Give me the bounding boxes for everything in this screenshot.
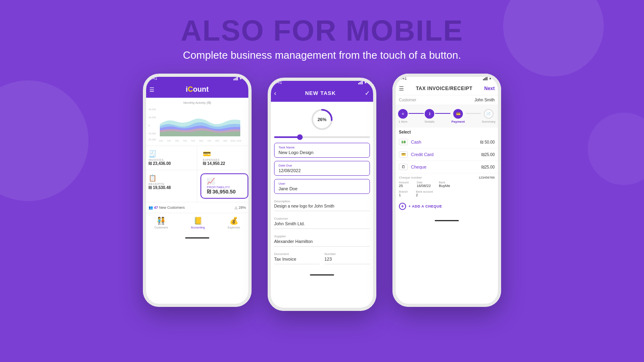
- step3[interactable]: 💳 Payment: [451, 109, 464, 123]
- credit-option[interactable]: 💳 Credit Card ₪25.00: [392, 148, 501, 161]
- expenses-stat: 💳 EXPENSES ₪ 14,950.22: [197, 146, 252, 170]
- customers-count: 47: [154, 206, 158, 210]
- bottom-nav: 🧑‍🤝‍🧑 Customers 📒 Accounting 💰 Expenses: [143, 213, 252, 230]
- number-label: Number: [324, 252, 370, 256]
- cash-amount: ₪ 50.00: [480, 140, 495, 144]
- customer-value: John Smith Ltd.: [274, 221, 370, 226]
- svg-text:11/22: 11/22: [236, 140, 242, 142]
- progress-container: 26%: [268, 102, 376, 135]
- cheque-option[interactable]: 🗒 Cheque ₪25.00: [392, 161, 501, 173]
- expenses-value: ₪ 14,950.22: [203, 161, 246, 166]
- invoice-header: ☰ TAX INVOICE/RECEIPT Next: [392, 82, 501, 95]
- invoices-value: ₪ 23,436.00: [149, 161, 191, 166]
- description-field[interactable]: Description Design a new logo for John S…: [274, 197, 370, 211]
- task-name-field[interactable]: Task Name New Logo Design: [274, 143, 370, 158]
- date-due-label: Date Due: [279, 164, 365, 167]
- number-field[interactable]: Number 123: [324, 250, 370, 264]
- amount-value: 25: [399, 184, 409, 188]
- battery-icon: ▮: [244, 76, 245, 80]
- cheque-details-2: Branch 1 Bank account 2: [399, 190, 495, 197]
- home-bar2: [310, 274, 334, 276]
- customers-text: 👥 47 New Customers: [149, 206, 185, 210]
- step2-circle: ℹ: [425, 109, 434, 119]
- customer-field[interactable]: Customer John Smith Ltd.: [274, 214, 370, 229]
- phone3-time: 9:41: [399, 76, 407, 80]
- date-value3: 16/08/22: [417, 184, 431, 188]
- credit-name-row: 💳 Credit Card: [399, 151, 433, 158]
- nav-accounting[interactable]: 📒 Accounting: [191, 216, 205, 229]
- phone2-frame: 9:41 ▲ ▮ ‹ NEW TASK ✓: [268, 78, 376, 311]
- signal-icon: [233, 76, 238, 80]
- progress-circle: 26%: [310, 107, 334, 132]
- select-label: Select: [392, 128, 501, 136]
- phone3-frame: 9:41 ▲ ▮ ☰ TAX INVOICE/RECEIPT Next Cust…: [392, 74, 501, 307]
- document-value: Tax Invoice: [274, 257, 320, 261]
- task-header: ‹ NEW TASK ✓: [268, 86, 376, 102]
- cheque-number-label: Cheque number: [399, 176, 422, 179]
- header-section: ALSO FOR MOBILE Complete business manage…: [0, 0, 644, 62]
- slider-track[interactable]: [274, 136, 370, 138]
- back-icon[interactable]: ‹: [274, 90, 276, 97]
- home-bar3: [435, 220, 459, 221]
- add-cheque-label: + ADD A CHEQUE: [409, 204, 442, 208]
- invoices-label: INVOICES: [149, 158, 191, 161]
- credit-amount: ₪25.00: [481, 152, 495, 157]
- check-icon[interactable]: ✓: [365, 89, 370, 97]
- cash-icon: 💵: [399, 139, 408, 145]
- chart-section: Monthly Activity (₪) 45,000 25,000 0 10,…: [143, 98, 252, 146]
- step1-circle: ≡: [398, 109, 408, 119]
- nav-expenses[interactable]: 💰 Expenses: [228, 216, 240, 229]
- cheque-bank-col: Bank BuyMe: [439, 181, 450, 188]
- slider-thumb[interactable]: [297, 134, 303, 140]
- wifi-icon: ▲: [239, 76, 242, 80]
- invoices-icon: 🧾: [149, 150, 191, 158]
- step1[interactable]: ≡ 1 Item: [398, 109, 408, 123]
- next-button[interactable]: Next: [484, 86, 495, 91]
- cash-option[interactable]: 💵 Cash ₪ 50.00: [392, 136, 501, 148]
- credit-icon: 💳: [399, 151, 408, 158]
- nav-customers[interactable]: 🧑‍🤝‍🧑 Customers: [154, 216, 168, 229]
- invoice-title: TAX INVOICE/RECEIPT: [416, 86, 473, 91]
- home-indicator: [143, 230, 252, 242]
- svg-text:8/22: 8/22: [215, 140, 219, 142]
- cheque-bank-account-col: Bank account 2: [416, 190, 433, 197]
- phone2-time: 9:41: [274, 80, 282, 84]
- battery-icon3: ▮: [493, 76, 495, 80]
- battery-icon2: ▮: [368, 80, 370, 84]
- cheque-label: Cheque: [411, 165, 427, 169]
- svg-text:1/22: 1/22: [159, 140, 163, 142]
- step3-label: Payment: [451, 120, 464, 123]
- menu-icon[interactable]: ☰: [149, 86, 155, 93]
- user-label: User: [279, 182, 365, 185]
- phone1-time: 9:41: [149, 76, 157, 80]
- task-form: Task Name New Logo Design Date Due 12/08…: [268, 143, 376, 267]
- cheque-number-value: 123456789: [479, 176, 495, 179]
- step4[interactable]: 📄 Summary: [482, 109, 495, 123]
- phone1-app-header: ☰ iCount: [143, 82, 252, 98]
- receipts-value: ₪ 19,530.48: [149, 185, 191, 190]
- add-cheque-row[interactable]: + + ADD A CHEQUE: [392, 200, 501, 213]
- user-field[interactable]: User Jane Doe: [274, 179, 370, 194]
- svg-text:10,000: 10,000: [149, 132, 156, 135]
- task-header-title: NEW TASK: [305, 90, 336, 96]
- supplier-field[interactable]: Supplier Alexander Hamilton: [274, 232, 370, 247]
- step2[interactable]: ℹ Details: [425, 109, 434, 123]
- document-field[interactable]: Document Tax Invoice: [274, 250, 320, 264]
- step-line-2: [435, 113, 450, 114]
- number-value: 123: [324, 257, 370, 261]
- document-number-row: Document Tax Invoice Number 123: [274, 250, 370, 267]
- cheque-name-row: 🗒 Cheque: [399, 164, 427, 170]
- cheque-date-col: Date 16/08/22: [417, 181, 431, 188]
- date-due-field[interactable]: Date Due 12/08/2022: [274, 161, 370, 176]
- nav-customers-label: Customers: [154, 226, 168, 229]
- svg-text:5/22: 5/22: [191, 140, 195, 142]
- cash-label: Cash: [411, 140, 421, 144]
- menu-icon3[interactable]: ☰: [399, 85, 404, 92]
- svg-text:4/22: 4/22: [183, 140, 187, 142]
- date-label3: Date: [417, 181, 431, 184]
- step4-circle: 📄: [484, 109, 493, 119]
- invoices-stat: 🧾 INVOICES ₪ 23,436.00: [143, 146, 197, 170]
- stats-grid: 🧾 INVOICES ₪ 23,436.00 💳 EXPENSES ₪ 14,9…: [143, 146, 252, 202]
- activity-chart: 45,000 25,000 0 10,000 25,000: [148, 106, 247, 142]
- bank-account-label: Bank account: [416, 190, 433, 193]
